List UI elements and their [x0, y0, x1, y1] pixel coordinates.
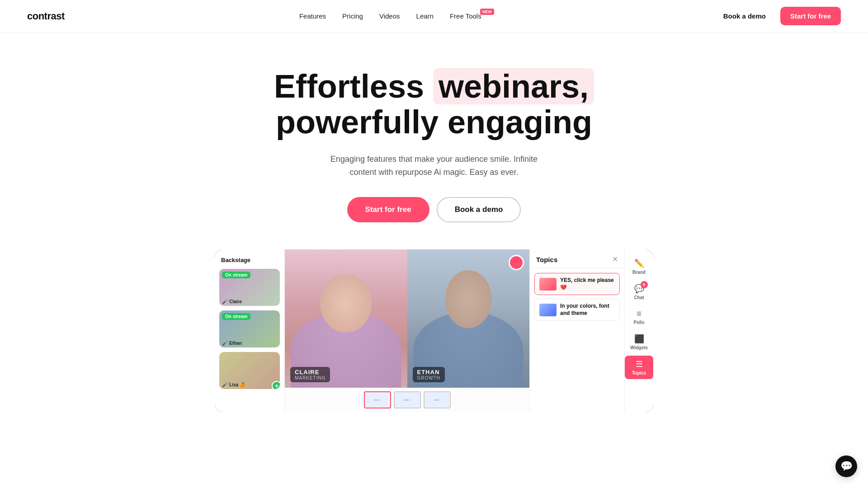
book-demo-nav-button[interactable]: Book a demo: [716, 9, 773, 23]
topics-label: Topics: [632, 371, 646, 375]
claire-name-tag: CLAIRE MARKETING: [290, 367, 330, 382]
video-cell-claire: CLAIRE MARKETING: [285, 249, 407, 388]
brand-label: Brand: [632, 270, 646, 275]
brand-icon: ✏️: [634, 258, 644, 268]
topics-list: YES, click me please ❤️ In your colors, …: [530, 268, 624, 412]
demo-section: Backstage On stream 🎤 Claire On stream 🎤…: [0, 249, 868, 430]
claire-name-row: 🎤 Claire: [222, 299, 242, 304]
hero-line1-highlight: webinars,: [433, 68, 594, 104]
slide-thumb-1[interactable]: slide 1: [364, 391, 391, 408]
backstage-title: Backstage: [219, 257, 280, 263]
topics-close-button[interactable]: ✕: [612, 256, 618, 263]
video-cell-ethan: ETHAN GROWTH: [407, 249, 530, 388]
topic-item-2[interactable]: In your colors, font and theme: [534, 299, 620, 321]
new-badge: new: [480, 9, 494, 15]
topics-icon: ☰: [636, 359, 643, 369]
topic-item-1[interactable]: YES, click me please ❤️: [534, 273, 620, 295]
topics-panel: Topics ✕ YES, click me please ❤️ In your…: [529, 249, 624, 412]
claire-name: Claire: [229, 299, 242, 304]
ethan-name-row: 🎤 Ethan: [222, 341, 242, 346]
topics-header: Topics ✕: [530, 249, 624, 268]
speaker-card-ethan[interactable]: On stream 🎤 Ethan: [219, 310, 280, 347]
claire-tag-name: CLAIRE: [295, 369, 326, 375]
speaker-card-lisa[interactable]: + 🎤 Lisa 🍊: [219, 352, 280, 389]
book-demo-hero-button[interactable]: Book a demo: [437, 197, 521, 222]
video-area: CLAIRE MARKETING ETHAN GROWTH sli: [285, 249, 529, 412]
polls-label: Polls: [634, 320, 645, 325]
nav-features[interactable]: Features: [299, 12, 326, 20]
start-free-nav-button[interactable]: Start for free: [780, 7, 841, 25]
slides-row: slide 1 slide 2 slide 3: [285, 388, 529, 412]
topic-text-1: YES, click me please ❤️: [560, 277, 615, 291]
widgets-icon: ⬛: [634, 334, 644, 344]
hero-section: Effortless webinars, powerfully engaging…: [0, 33, 868, 249]
add-speaker-button[interactable]: +: [272, 381, 280, 389]
ethan-name: Ethan: [229, 341, 242, 346]
ethan-tag-role: GROWTH: [417, 375, 441, 380]
hero-line2: powerfully engaging: [276, 104, 592, 140]
topics-panel-title: Topics: [536, 256, 557, 263]
nav-pricing[interactable]: Pricing: [342, 12, 363, 20]
slide-thumb-2[interactable]: slide 2: [394, 391, 421, 408]
nav-free-tools[interactable]: Free Tools: [450, 12, 481, 20]
widgets-label: Widgets: [630, 345, 648, 350]
chat-badge-wrap: 💬 5: [634, 284, 644, 294]
start-free-hero-button[interactable]: Start for free: [347, 197, 429, 222]
nav-learn[interactable]: Learn: [416, 12, 434, 20]
sidebar-chat[interactable]: 💬 5 Chat: [625, 280, 653, 304]
ethan-name-tag: ETHAN GROWTH: [413, 367, 445, 382]
topic-thumb-2: [539, 304, 557, 316]
slide-thumb-3[interactable]: slide 3: [424, 391, 451, 408]
hero-buttons: Start for free Book a demo: [9, 197, 859, 222]
nav-videos[interactable]: Videos: [379, 12, 400, 20]
mic-icon-claire: 🎤: [222, 299, 227, 304]
slide-inner-3: slide 3: [425, 392, 450, 408]
right-sidebar: ✏️ Brand 💬 5 Chat ≡ Polls ⬛ Widgets: [624, 249, 653, 412]
ethan-tag-name: ETHAN: [417, 369, 441, 375]
topic-thumb-1: [539, 278, 557, 291]
sidebar-brand[interactable]: ✏️ Brand: [625, 255, 653, 278]
speaker-card-claire[interactable]: On stream 🎤 Claire: [219, 269, 280, 306]
hero-subtext: Engaging features that make your audienc…: [316, 153, 552, 179]
polls-icon: ≡: [637, 309, 642, 319]
chat-badge: 5: [641, 281, 648, 288]
on-stream-badge-ethan: On stream: [222, 313, 250, 320]
claire-tag-role: MARKETING: [295, 375, 326, 380]
slide-inner-2: slide 2: [395, 392, 420, 408]
record-button[interactable]: [509, 255, 524, 270]
nav-actions: Book a demo Start for free: [716, 7, 841, 25]
mic-icon-ethan: 🎤: [222, 341, 227, 346]
on-stream-badge-claire: On stream: [222, 272, 250, 278]
hero-line1-plain: Effortless: [274, 68, 433, 104]
sidebar-topics[interactable]: ☰ Topics: [625, 356, 653, 379]
mic-icon-lisa: 🎤: [222, 382, 227, 387]
video-grid: CLAIRE MARKETING ETHAN GROWTH: [285, 249, 529, 388]
chat-label: Chat: [634, 295, 644, 300]
nav-free-tools-wrap: Free Tools new: [450, 12, 481, 20]
slide-inner-1: slide 1: [365, 392, 390, 408]
sidebar-polls[interactable]: ≡ Polls: [625, 305, 653, 328]
demo-window: Backstage On stream 🎤 Claire On stream 🎤…: [215, 249, 653, 412]
lisa-name: Lisa 🍊: [229, 382, 245, 387]
topic-text-2: In your colors, font and theme: [560, 303, 615, 317]
backstage-panel: Backstage On stream 🎤 Claire On stream 🎤…: [215, 249, 285, 412]
hero-headline: Effortless webinars, powerfully engaging: [9, 69, 859, 140]
nav-links: Features Pricing Videos Learn Free Tools…: [299, 12, 481, 20]
lisa-name-row: 🎤 Lisa 🍊: [222, 382, 245, 387]
navigation: contrast Features Pricing Videos Learn F…: [0, 0, 868, 33]
sidebar-widgets[interactable]: ⬛ Widgets: [625, 330, 653, 354]
logo[interactable]: contrast: [27, 10, 65, 22]
